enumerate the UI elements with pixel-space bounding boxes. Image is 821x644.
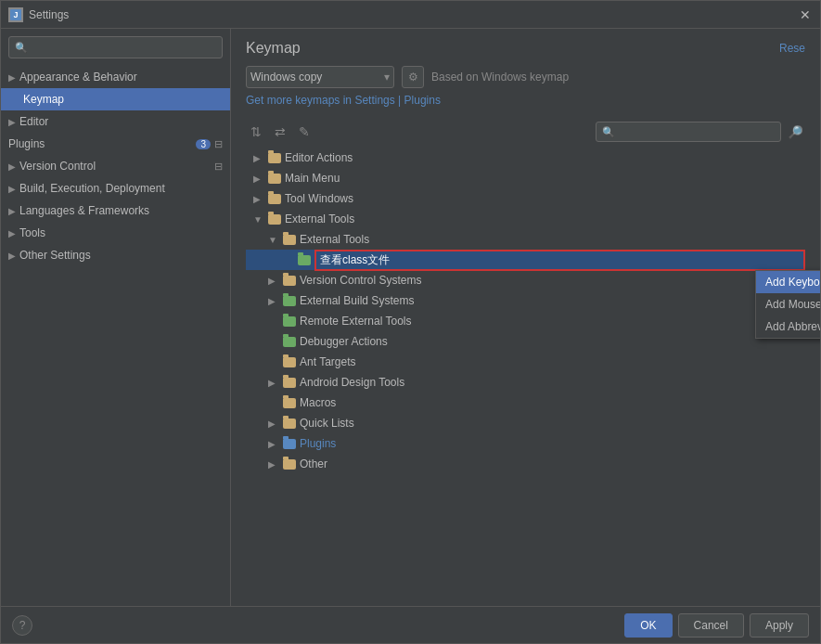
toolbar-search-wrapper[interactable]: 🔍 [596, 122, 781, 142]
sidebar-item-label: Tools [19, 226, 45, 239]
apply-button[interactable]: Apply [750, 613, 809, 638]
tree-label: Version Control Systems [300, 274, 805, 287]
folder-icon [268, 153, 281, 163]
tree-item-ant-targets[interactable]: Ant Targets [246, 352, 805, 372]
tree-label: Editor Actions [285, 151, 805, 164]
folder-icon [283, 276, 296, 286]
window-icon: J [8, 7, 23, 22]
sidebar-item-other-settings[interactable]: ▶ Other Settings [1, 244, 230, 266]
folder-green-icon [283, 296, 296, 306]
folder-icon [283, 398, 296, 408]
main-content: Keymap Rese Windows copy ⚙ Based on Wind… [231, 29, 820, 606]
folder-icon [268, 174, 281, 184]
toolbar: ⇅ ⇄ ✎ 🔍 🔎 [246, 122, 805, 142]
title-bar: J Settings ✕ [1, 1, 820, 29]
arrow-icon: ▶ [8, 184, 16, 194]
keymap-desc: Based on Windows keymap [431, 71, 569, 84]
sidebar-item-build[interactable]: ▶ Build, Execution, Deployment [1, 177, 230, 200]
reset-link[interactable]: Rese [779, 42, 805, 55]
tree-arrow: ▼ [268, 235, 283, 245]
keymap-select-wrapper[interactable]: Windows copy [246, 66, 394, 88]
tree-item-plugins-tree[interactable]: ▶ Plugins [246, 433, 805, 454]
get-more-link[interactable]: Get more keymaps in Settings | Plugins [246, 94, 805, 107]
ok-button[interactable]: OK [624, 613, 672, 638]
tree-item-macros[interactable]: Macros [246, 393, 805, 413]
plugins-link[interactable]: Plugins [404, 94, 441, 107]
sidebar-item-label: Plugins [8, 137, 45, 150]
context-menu-item-keyboard[interactable]: Add Keyboard Shortcut [756, 271, 820, 293]
tree-arrow: ▶ [268, 459, 283, 470]
tree-arrow: ▶ [253, 153, 268, 163]
settings-window: J Settings ✕ 🔍 ▶ Appearance & Behavior K… [0, 0, 821, 644]
context-menu: Add Keyboard Shortcut Add Mouse Shortcut… [755, 270, 820, 339]
sidebar-search-input[interactable] [31, 41, 216, 54]
plugins-expand-icon: ⊟ [214, 138, 223, 150]
tree-item-tool-windows[interactable]: ▶ Tool Windows [246, 188, 805, 209]
tree-item-external-build-systems[interactable]: ▶ External Build Systems [246, 290, 805, 311]
sidebar-nav: ▶ Appearance & Behavior Keymap ▶ Editor … [1, 66, 230, 606]
sidebar-search-wrapper[interactable]: 🔍 [8, 36, 223, 58]
tree-label: Debugger Actions [300, 335, 805, 348]
bottom-bar: ? OK Cancel Apply [1, 606, 820, 643]
sidebar-search-icon: 🔍 [15, 42, 28, 54]
tree-item-quick-lists[interactable]: ▶ Quick Lists [246, 413, 805, 433]
tree-item-external-tools[interactable]: ▼ External Tools [246, 209, 805, 229]
tree-label: External Build Systems [300, 294, 805, 307]
expand-all-button[interactable]: ⇅ [246, 122, 266, 142]
sidebar-item-tools[interactable]: ▶ Tools [1, 222, 230, 244]
tree-arrow: ▶ [268, 296, 283, 306]
content-area: 🔍 ▶ Appearance & Behavior Keymap ▶ Edito… [1, 29, 820, 606]
tree-item-debugger-actions[interactable]: Debugger Actions [246, 331, 805, 352]
gear-button[interactable]: ⚙ [402, 66, 424, 88]
context-menu-label: Add Abbreviation [765, 320, 820, 333]
tree-item-version-control-systems[interactable]: ▶ Version Control Systems [246, 270, 805, 290]
tree-arrow: ▶ [268, 419, 283, 429]
close-button[interactable]: ✕ [798, 7, 813, 22]
arrow-icon: ▶ [8, 72, 16, 83]
folder-icon [283, 419, 296, 429]
tree-label: Main Menu [285, 172, 805, 185]
tree-item-remote-external-tools[interactable]: Remote External Tools [246, 311, 805, 331]
keymap-links: Get more keymaps in Settings | Plugins [246, 94, 805, 114]
edit-button[interactable]: ✎ [294, 122, 314, 142]
tree-item-main-menu[interactable]: ▶ Main Menu [246, 168, 805, 188]
sidebar-item-editor[interactable]: ▶ Editor [1, 110, 230, 133]
folder-icon [283, 357, 296, 367]
help-button[interactable]: ? [12, 615, 32, 636]
window-title: Settings [29, 8, 798, 21]
get-more-text[interactable]: Get more keymaps in Settings [246, 94, 395, 107]
tree-arrow: ▶ [268, 276, 283, 286]
tree-arrow: ▶ [253, 194, 268, 204]
sidebar-item-languages[interactable]: ▶ Languages & Frameworks [1, 200, 230, 222]
cancel-button[interactable]: Cancel [678, 613, 744, 638]
arrow-icon: ▶ [8, 228, 16, 238]
context-menu-item-abbreviation[interactable]: Add Abbreviation [756, 316, 820, 338]
tree-label: Remote External Tools [300, 315, 805, 328]
tree-item-view-class[interactable]: 查看class文件 [246, 250, 805, 270]
tree-item-other[interactable]: ▶ Other [246, 454, 805, 474]
context-menu-item-mouse[interactable]: Add Mouse Shortcut [756, 293, 820, 316]
tree-item-editor-actions[interactable]: ▶ Editor Actions [246, 148, 805, 168]
folder-icon [268, 214, 281, 225]
tree-label: Tool Windows [285, 192, 805, 205]
keymap-bar: Windows copy ⚙ Based on Windows keymap [246, 66, 805, 88]
tree-item-android-design-tools[interactable]: ▶ Android Design Tools [246, 372, 805, 393]
folder-green-icon [298, 255, 311, 265]
keymap-select[interactable]: Windows copy [246, 66, 394, 88]
sidebar-item-label: Appearance & Behavior [19, 71, 137, 84]
collapse-all-button[interactable]: ⇄ [270, 122, 290, 142]
folder-green-icon [283, 337, 296, 347]
folder-icon [283, 378, 296, 388]
sidebar-item-appearance[interactable]: ▶ Appearance & Behavior [1, 66, 230, 88]
sidebar-item-version-control[interactable]: ▶ Version Control ⊟ [1, 155, 230, 177]
tree-label: Plugins [300, 437, 805, 450]
sidebar-item-plugins[interactable]: Plugins 3 ⊟ [1, 133, 230, 155]
loupe-button[interactable]: 🔎 [785, 122, 805, 142]
folder-icon [268, 194, 281, 204]
tree-item-external-tools-sub[interactable]: ▼ External Tools [246, 229, 805, 250]
sidebar: 🔍 ▶ Appearance & Behavior Keymap ▶ Edito… [1, 29, 231, 606]
tree-arrow: ▶ [253, 174, 268, 184]
tree-container: ▶ Editor Actions ▶ Main Menu ▶ Tool Wind… [246, 148, 805, 595]
toolbar-search-input[interactable] [618, 126, 775, 137]
sidebar-item-keymap[interactable]: Keymap [1, 88, 230, 110]
